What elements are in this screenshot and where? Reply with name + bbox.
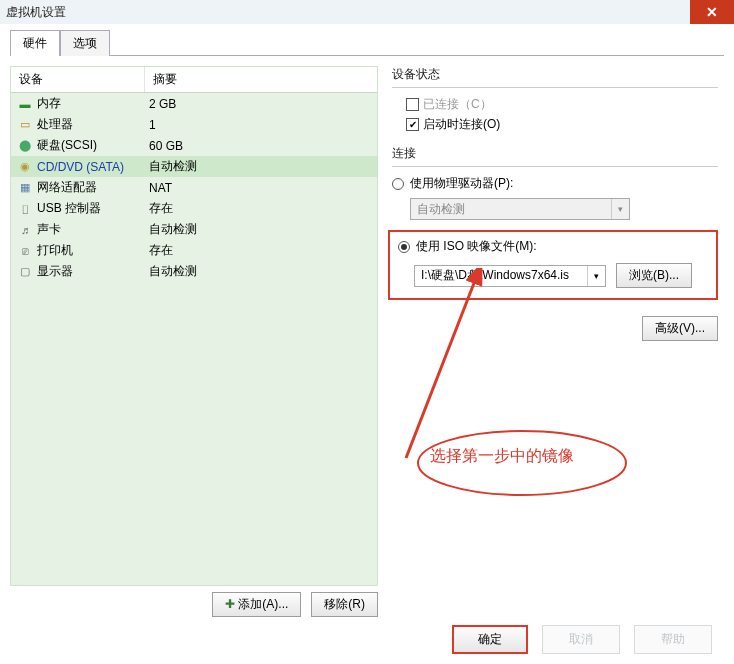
grid-header: 设备 摘要 bbox=[11, 67, 377, 93]
row-cpu[interactable]: ▭处理器1 bbox=[11, 114, 377, 135]
window-title: 虚拟机设置 bbox=[6, 4, 66, 21]
row-printer[interactable]: ⎚打印机存在 bbox=[11, 240, 377, 261]
iso-path-combo[interactable]: I:\硬盘\D盘\Windows7x64.is ▾ bbox=[414, 265, 606, 287]
add-button[interactable]: ✚ 添加(A)... bbox=[212, 592, 301, 617]
cd-icon: ◉ bbox=[17, 160, 33, 174]
col-summary: 摘要 bbox=[145, 67, 377, 92]
use-iso-radio[interactable]: 使用 ISO 映像文件(M): bbox=[398, 238, 708, 255]
row-memory[interactable]: ▬内存2 GB bbox=[11, 93, 377, 114]
sound-icon: ♬ bbox=[17, 223, 33, 237]
row-usb[interactable]: ⌷USB 控制器存在 bbox=[11, 198, 377, 219]
connection-title: 连接 bbox=[392, 145, 718, 162]
device-grid: 设备 摘要 ▬内存2 GB ▭处理器1 ⬤硬盘(SCSI)60 GB ◉CD/D… bbox=[10, 66, 378, 586]
checkbox-checked-icon: ✔ bbox=[406, 118, 419, 131]
tab-strip: 硬件 选项 bbox=[10, 30, 724, 56]
connected-checkbox[interactable]: 已连接（C） bbox=[406, 96, 718, 113]
disk-icon: ⬤ bbox=[17, 139, 33, 153]
use-physical-radio[interactable]: 使用物理驱动器(P): bbox=[392, 175, 718, 192]
tab-options[interactable]: 选项 bbox=[60, 30, 110, 56]
display-icon: ▢ bbox=[17, 265, 33, 279]
radio-on-icon bbox=[398, 241, 410, 253]
printer-icon: ⎚ bbox=[17, 244, 33, 258]
checkbox-icon bbox=[406, 98, 419, 111]
row-network[interactable]: ▦网络适配器NAT bbox=[11, 177, 377, 198]
remove-button[interactable]: 移除(R) bbox=[311, 592, 378, 617]
title-bar: 虚拟机设置 ✕ bbox=[0, 0, 734, 24]
advanced-button[interactable]: 高级(V)... bbox=[642, 316, 718, 341]
help-button[interactable]: 帮助 bbox=[634, 625, 712, 654]
close-button[interactable]: ✕ bbox=[690, 0, 734, 24]
chevron-down-icon: ▾ bbox=[587, 266, 605, 286]
iso-highlight-box: 使用 ISO 映像文件(M): I:\硬盘\D盘\Windows7x64.is … bbox=[388, 230, 718, 300]
network-icon: ▦ bbox=[17, 181, 33, 195]
add-icon: ✚ bbox=[225, 597, 238, 611]
chevron-down-icon: ▾ bbox=[611, 199, 629, 219]
row-cddvd[interactable]: ◉CD/DVD (SATA)自动检测 bbox=[11, 156, 377, 177]
memory-icon: ▬ bbox=[17, 97, 33, 111]
usb-icon: ⌷ bbox=[17, 202, 33, 216]
row-disk[interactable]: ⬤硬盘(SCSI)60 GB bbox=[11, 135, 377, 156]
physical-drive-combo: 自动检测 ▾ bbox=[410, 198, 630, 220]
radio-off-icon bbox=[392, 178, 404, 190]
row-sound[interactable]: ♬声卡自动检测 bbox=[11, 219, 377, 240]
tab-hardware[interactable]: 硬件 bbox=[10, 30, 60, 56]
status-title: 设备状态 bbox=[392, 66, 718, 83]
row-display[interactable]: ▢显示器自动检测 bbox=[11, 261, 377, 282]
cancel-button[interactable]: 取消 bbox=[542, 625, 620, 654]
ok-button[interactable]: 确定 bbox=[452, 625, 528, 654]
connect-on-power-checkbox[interactable]: ✔ 启动时连接(O) bbox=[406, 116, 718, 133]
browse-button[interactable]: 浏览(B)... bbox=[616, 263, 692, 288]
col-device: 设备 bbox=[11, 67, 145, 92]
cpu-icon: ▭ bbox=[17, 118, 33, 132]
